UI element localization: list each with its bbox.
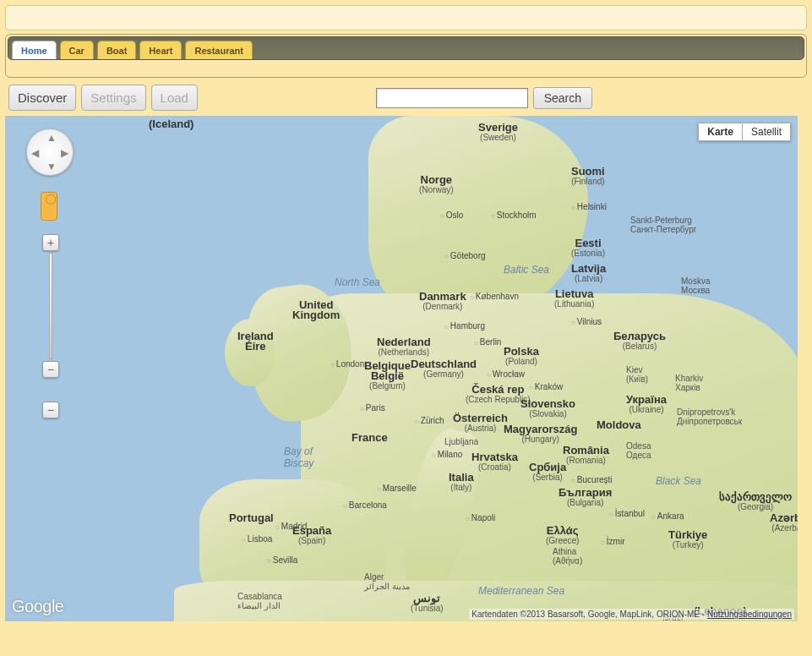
terms-link[interactable]: Nutzungsbedingungen: [707, 610, 792, 619]
google-logo: Google: [12, 597, 64, 616]
maptype-satellite[interactable]: Satellit: [743, 123, 791, 141]
search-input[interactable]: [376, 88, 528, 108]
tab-boat[interactable]: Boat: [97, 41, 136, 59]
map[interactable]: North Sea Baltic Sea Bay of Biscay Medit…: [5, 116, 798, 621]
tab-strip: Home Car Boat Heart Restaurant: [8, 36, 804, 60]
header-bar: [5, 5, 807, 30]
zoom-in-button[interactable]: +: [42, 234, 59, 251]
zoom-out2-button[interactable]: −: [42, 402, 59, 418]
pegman-icon[interactable]: [41, 192, 57, 221]
label-north-sea: North Sea: [335, 276, 380, 288]
search-button[interactable]: Search: [533, 87, 592, 109]
maptype-map[interactable]: Karte: [698, 123, 743, 141]
pan-down-icon[interactable]: ▼: [46, 161, 57, 172]
load-button: Load: [151, 85, 198, 111]
country-iceland: (Iceland): [149, 119, 193, 129]
city-spb: Sankt-Peterburg Санкт-Петербург: [630, 216, 696, 234]
tab-body: [8, 60, 804, 75]
toolbar: Discover Settings Load Search: [5, 78, 807, 114]
attribution: Kartendaten ©2013 Basarsoft, Google, Map…: [469, 609, 794, 620]
pan-right-icon[interactable]: ▶: [61, 147, 68, 159]
settings-button: Settings: [81, 85, 145, 111]
pan-control[interactable]: ▲ ▼ ◀ ▶: [26, 128, 74, 176]
tab-restaurant[interactable]: Restaurant: [185, 41, 252, 59]
attribution-data: Kartendaten ©2013 Basarsoft, Google, Map…: [471, 610, 700, 619]
zoom-slider[interactable]: [49, 253, 52, 359]
zoom-out-button[interactable]: −: [42, 361, 59, 378]
maptype-switch: Karte Satellit: [698, 123, 791, 141]
pan-up-icon[interactable]: ▲: [46, 132, 57, 144]
country-latvija: Latvija(Latvia): [571, 264, 606, 284]
city-moskva: Moskva Москва: [681, 276, 710, 295]
tab-panel: Home Car Boat Heart Restaurant: [5, 34, 807, 78]
discover-button[interactable]: Discover: [8, 85, 76, 111]
tab-heart[interactable]: Heart: [139, 41, 182, 59]
tab-car[interactable]: Car: [60, 41, 94, 59]
pan-left-icon[interactable]: ◀: [31, 147, 39, 159]
tab-home[interactable]: Home: [12, 41, 57, 59]
